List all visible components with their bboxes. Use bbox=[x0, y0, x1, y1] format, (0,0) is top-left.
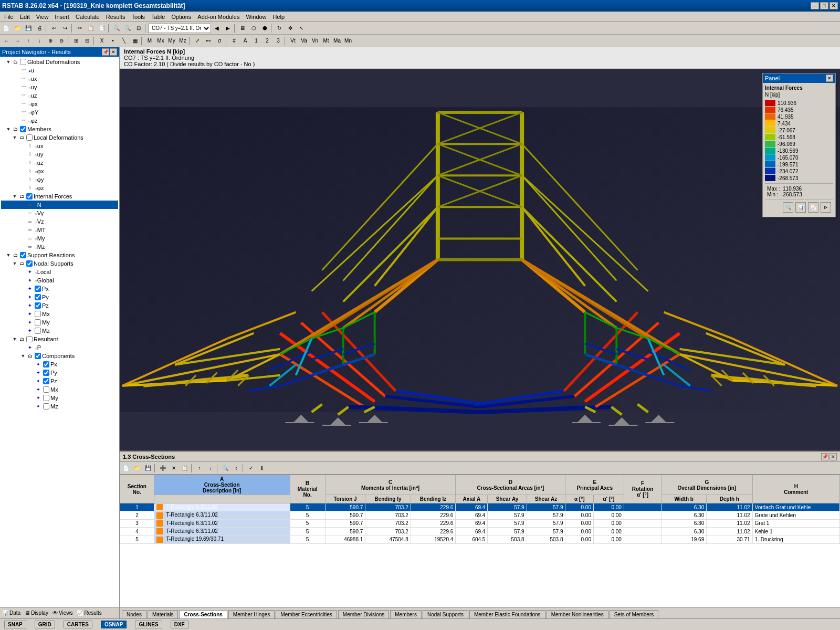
table-row-4[interactable]: 4 T-Rectangle 6.3/11.02 5 590.7 703.2 22… bbox=[120, 528, 840, 536]
check-cPx[interactable] bbox=[43, 361, 49, 368]
btb-add[interactable]: ➕ bbox=[158, 463, 168, 474]
panel-table-button[interactable]: 📊 bbox=[795, 202, 806, 213]
tb2-m2[interactable]: Mx bbox=[155, 36, 166, 46]
tree-item-phiy[interactable]: ▶ 〰 φY bbox=[1, 108, 118, 117]
tab-member-eccentricities[interactable]: Member Eccentricities bbox=[276, 610, 337, 618]
btb-down[interactable]: ↓ bbox=[205, 463, 216, 474]
tb-open[interactable]: 📁 bbox=[12, 23, 23, 34]
tb2-m3[interactable]: My bbox=[166, 36, 177, 46]
expand-nodal[interactable]: ▼ bbox=[12, 260, 18, 267]
tb-zoom-in[interactable]: 🔍 bbox=[111, 23, 122, 34]
tree-item-nPy[interactable]: ▶✦ Py bbox=[1, 293, 118, 301]
tree-item-components[interactable]: ▼ 🗂 Components bbox=[1, 352, 118, 360]
expand-support[interactable]: ▼ bbox=[5, 252, 12, 258]
canvas-area[interactable]: Panel ✕ Internal Forces N [kip] 110.936 … bbox=[120, 69, 840, 450]
check-nodal[interactable] bbox=[26, 260, 33, 267]
tree-item-support-reactions[interactable]: ▼ 🗂 Support Reactions bbox=[1, 251, 118, 259]
nav-close-button[interactable]: ✕ bbox=[110, 48, 117, 56]
tb-print[interactable]: 🖨 bbox=[34, 23, 45, 34]
check-cPy[interactable] bbox=[43, 370, 49, 376]
tree-item-cMx[interactable]: ▶✦ Mx bbox=[1, 385, 118, 394]
tb2-disp[interactable]: ⤢ bbox=[192, 36, 203, 46]
tree-item-nPz[interactable]: ▶✦ Pz bbox=[1, 301, 118, 310]
tab-cross-sections[interactable]: Cross-Sections bbox=[179, 610, 227, 618]
btb-save[interactable]: 💾 bbox=[143, 463, 153, 474]
btb-del[interactable]: ✕ bbox=[169, 463, 179, 474]
expand-internal[interactable]: ▼ bbox=[12, 193, 18, 200]
tree-item-cPz[interactable]: ▶✦ Pz bbox=[1, 377, 118, 385]
tb2-label[interactable]: A bbox=[240, 36, 250, 46]
tree-item-cMy[interactable]: ▶✦ My bbox=[1, 394, 118, 402]
expand-components[interactable]: ▼ bbox=[20, 353, 26, 359]
tb2-vt[interactable]: Vt bbox=[288, 36, 298, 46]
check-internal[interactable] bbox=[26, 193, 33, 200]
tb-redo[interactable]: ↪ bbox=[60, 23, 70, 34]
check-local-def[interactable] bbox=[26, 134, 33, 141]
tree-item-global-deformations[interactable]: ▼ 🗂 Global Deformations bbox=[1, 58, 118, 66]
tab-member-hinges[interactable]: Member Hinges bbox=[228, 610, 275, 618]
btb-check[interactable]: ✓ bbox=[246, 463, 256, 474]
minimize-button[interactable]: ─ bbox=[811, 2, 819, 9]
check-cMx[interactable] bbox=[43, 386, 49, 393]
tab-nodal-supports[interactable]: Nodal Supports bbox=[423, 610, 468, 618]
tree-item-P[interactable]: ▶✦ P bbox=[1, 343, 118, 352]
tree-item-N[interactable]: ▶═ N bbox=[1, 201, 118, 209]
tb-save[interactable]: 💾 bbox=[23, 23, 34, 34]
expand-resultant[interactable]: ▼ bbox=[12, 336, 18, 342]
tb2-ma[interactable]: Ma bbox=[332, 36, 342, 46]
tab-member-nonlinearities[interactable]: Member Nonlinearities bbox=[547, 610, 608, 618]
table-row-2[interactable]: 2 T-Rectangle 6.3/11.02 5 590.7 703.2 22… bbox=[120, 511, 840, 519]
tb2-node[interactable]: • bbox=[108, 36, 118, 46]
tree-item-phiz[interactable]: ▶ 〰 φz bbox=[1, 117, 118, 125]
tab-nodes[interactable]: Nodes bbox=[122, 610, 146, 618]
panel-close-button[interactable]: ✕ bbox=[826, 75, 833, 82]
btb-filter[interactable]: 🔍 bbox=[220, 463, 230, 474]
tree-item-uy[interactable]: ▶ 〰 uy bbox=[1, 83, 118, 91]
tree-item-luz[interactable]: ▶⌇ uz bbox=[1, 159, 118, 167]
tree-item-nPx[interactable]: ▶✦ Px bbox=[1, 285, 118, 293]
tree-item-resultant[interactable]: ▼ 🗂 Resultant bbox=[1, 335, 118, 343]
check-nPy[interactable] bbox=[35, 294, 41, 300]
nav-pin-button[interactable]: 📌 bbox=[102, 48, 109, 56]
tab-display[interactable]: 🖥 Display bbox=[25, 610, 48, 616]
tb-btn2[interactable]: 📋 bbox=[86, 23, 96, 34]
menu-file[interactable]: File bbox=[1, 13, 17, 21]
tb2-m1[interactable]: M bbox=[144, 36, 155, 46]
menu-addon[interactable]: Add-on Modules bbox=[194, 13, 243, 21]
tree-item-nodal-supports[interactable]: ▼ 🗂 Nodal Supports bbox=[1, 259, 118, 268]
menu-calculate[interactable]: Calculate bbox=[72, 13, 103, 21]
tree-item-ux[interactable]: ▶ 〰 ux bbox=[1, 75, 118, 83]
check-nMx[interactable] bbox=[35, 311, 41, 317]
tree-item-local[interactable]: ▶✦ Local bbox=[1, 268, 118, 276]
tb2-btn1[interactable]: ← bbox=[1, 36, 12, 46]
panel-search-button[interactable]: 🔍 bbox=[783, 202, 793, 213]
table-row-3[interactable]: 3 T-Rectangle 6.3/11.02 5 590.7 703.2 22… bbox=[120, 519, 840, 527]
expand-local-def[interactable]: ▼ bbox=[12, 134, 18, 141]
tb-btn3[interactable]: 📑 bbox=[97, 23, 107, 34]
expand-members[interactable]: ▼ bbox=[5, 126, 12, 132]
tree-item-u[interactable]: ▶ 〰 u bbox=[1, 66, 118, 75]
bottom-pin-button[interactable]: 📌 bbox=[821, 453, 828, 460]
status-cartes[interactable]: CARTES bbox=[64, 621, 92, 628]
btb-copy[interactable]: 📋 bbox=[180, 463, 190, 474]
tb-new[interactable]: 📄 bbox=[1, 23, 12, 34]
menu-view[interactable]: View bbox=[33, 13, 52, 21]
tb2-m4[interactable]: Mz bbox=[177, 36, 188, 46]
tb-prev[interactable]: ◀ bbox=[212, 23, 222, 34]
tb-solid[interactable]: ⬢ bbox=[259, 23, 270, 34]
tb2-btn5[interactable]: ⊕ bbox=[45, 36, 56, 46]
tree-item-phix[interactable]: ▶ 〰 φx bbox=[1, 100, 118, 108]
tb-btn1[interactable]: ✂ bbox=[75, 23, 85, 34]
tree-item-nMy[interactable]: ▶✦ My bbox=[1, 318, 118, 327]
tb2-view3[interactable]: 3 bbox=[273, 36, 284, 46]
check-resultant[interactable] bbox=[26, 336, 33, 342]
tb2-btn6[interactable]: ⊖ bbox=[56, 36, 67, 46]
tb2-btn4[interactable]: ↓ bbox=[34, 36, 45, 46]
panel-export-button[interactable]: ⊳ bbox=[821, 202, 831, 213]
table-row-5[interactable]: 5 T-Rectangle 19.69/30.71 5 46988.1 4750… bbox=[120, 536, 840, 543]
check-nPx[interactable] bbox=[35, 286, 41, 292]
maximize-button[interactable]: □ bbox=[820, 2, 828, 9]
tree-item-uz[interactable]: ▶ 〰 uz bbox=[1, 91, 118, 100]
tb-rotate[interactable]: ↻ bbox=[274, 23, 285, 34]
tab-sets-of-members[interactable]: Sets of Members bbox=[610, 610, 659, 618]
